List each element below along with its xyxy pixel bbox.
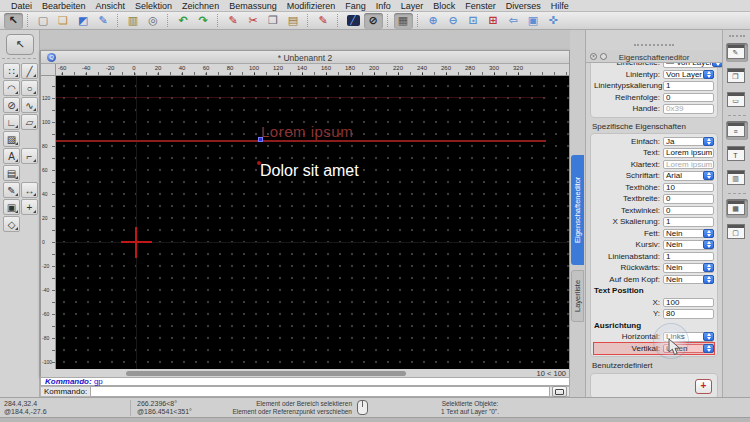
draw-pen-button[interactable]: ✎ [224,13,243,29]
menu-bearbeiten[interactable]: Bearbeiten [37,1,91,11]
auto-zoom-button[interactable]: ⊡ [464,13,483,29]
drawing-window-titlebar[interactable]: Q * Unbenannt 2 [41,51,569,64]
toggle-command-line-button[interactable]: ≡ [726,121,748,140]
dropdown-arrows-icon[interactable] [703,171,714,180]
measure-tools-button[interactable]: ↔ [21,182,38,198]
property-field-horizontal[interactable]: Links [663,332,714,342]
grid-toggle-button[interactable]: ▦ [394,13,413,29]
zoom-out-button[interactable]: ⊖ [444,13,463,29]
ellipse-tools-button[interactable]: ⊘ [3,97,20,113]
property-field-einfach[interactable]: Ja [663,137,714,147]
property-pen-button[interactable]: ✎ [314,13,333,29]
modify-tools-button[interactable]: ✎ [3,182,20,198]
selected-line-entity[interactable] [56,140,546,142]
horizontal-scrollbar[interactable] [126,371,406,376]
toggle-block-list-button[interactable]: ▥ [726,169,748,188]
open-file-button[interactable]: ❏ [54,13,73,29]
menu-ansicht[interactable]: Ansicht [91,1,131,11]
toggle-clipboard-button[interactable]: ▢ [726,223,748,242]
menu-zeichnen[interactable]: Zeichnen [177,1,224,11]
property-field-auf-dem-kopf[interactable]: Nein [663,275,714,285]
panel-drag-handle[interactable] [634,44,674,46]
menu-datei[interactable]: Datei [6,1,37,11]
property-field-linientyp[interactable]: Von Layer [663,70,714,80]
add-custom-property-button[interactable]: + [695,379,712,394]
save-file-button[interactable]: ◩ [74,13,93,29]
dropdown-arrows-icon[interactable] [703,275,714,284]
toggle-property-editor-button[interactable]: ✎ [726,43,748,62]
solid-tools-button[interactable]: ◇ [3,216,20,232]
spline-tools-button[interactable]: ∿ [21,97,38,113]
command-input[interactable] [90,386,550,397]
polyline-tools-button[interactable]: ∟ [3,114,20,130]
menu-block[interactable]: Block [428,1,460,11]
new-file-button[interactable]: ▢ [34,13,53,29]
menu-selektion[interactable]: Selektion [130,1,177,11]
property-field-rückwärts[interactable]: Nein [663,263,714,273]
property-field-y[interactable]: 80 [663,309,714,319]
property-field-textwinkel[interactable]: 0 [663,206,714,216]
dropdown-arrows-icon[interactable] [712,63,722,67]
selection-handle[interactable] [258,137,263,142]
property-field-textbreite[interactable]: 0 [663,194,714,204]
palette-selection-tool-button[interactable]: ↖ [6,34,34,55]
zoom-window-button[interactable]: ⊞ [484,13,503,29]
dropdown-arrows-icon[interactable] [703,332,714,341]
property-field-klartext[interactable]: Lorem ipsum [663,160,714,170]
menu-modifizieren[interactable]: Modifizieren [282,1,341,11]
snap-tools-button[interactable]: + [21,199,38,215]
previous-view-button[interactable]: ⇦ [504,13,523,29]
circle-tools-button[interactable]: ○ [21,80,38,96]
block-tools-button[interactable]: ▣ [3,199,20,215]
redo-button[interactable]: ↷ [194,13,213,29]
tab-property-editor[interactable]: Eigenschafteneditor [571,155,584,265]
cut-button[interactable]: ✂ [244,13,263,29]
property-field-fett[interactable]: Nein [663,229,714,239]
tab-layer-list[interactable]: Layerliste [571,270,584,322]
property-field-vertikal[interactable]: Unten [663,344,714,354]
arc-tools-button[interactable]: ◠ [3,80,20,96]
draw-ellipse-off-button[interactable]: ⊘ [364,13,383,29]
selection-tool-button[interactable]: ↖ [4,13,23,29]
dimension-tools-button[interactable]: ⌐ [21,148,38,164]
hatch-tool-button[interactable]: ▨ [3,131,20,147]
print-preview-button[interactable]: ◎ [144,13,163,29]
image-tool-button[interactable]: ▤ [3,165,20,181]
copy-button[interactable]: ❐ [264,13,283,29]
paste-button[interactable]: ▤ [284,13,303,29]
dropdown-arrows-icon[interactable] [703,137,714,146]
text-tool-button[interactable]: A [3,148,20,164]
menu-info[interactable]: Info [371,1,396,11]
property-field-x[interactable]: 100 [663,298,714,308]
property-field-text[interactable]: Lorem ipsum [663,148,714,158]
drawing-canvas[interactable]: Lorem ipsum Dolor sit amet [56,76,569,369]
property-field-reihenfolge[interactable]: 0 [663,93,714,103]
print-button[interactable]: ▥ [124,13,143,29]
menu-hilfe[interactable]: Hilfe [546,1,574,11]
dropdown-arrows-icon[interactable] [703,240,714,249]
command-options-button[interactable] [552,386,567,397]
dropdown-arrows-icon[interactable] [703,70,714,79]
zoom-selection-button[interactable]: ▣ [524,13,543,29]
menu-diverses[interactable]: Diverses [501,1,546,11]
toggle-layer-list-button[interactable]: ❐ [726,67,748,86]
dropdown-arrows-icon[interactable] [703,229,714,238]
shape-tools-button[interactable]: ▱ [21,114,38,130]
property-field-linienabstand[interactable]: 1 [663,252,714,262]
save-as-button[interactable]: ✎ [94,13,113,29]
property-field-linientypskalierung[interactable]: 1 [663,81,714,91]
menu-bemassung[interactable]: Bemassung [224,1,282,11]
pan-button[interactable]: ✜ [544,13,563,29]
property-field-handle[interactable]: 0x39 [663,104,714,114]
zoom-in-button[interactable]: ⊕ [424,13,443,29]
property-field-linienbreite[interactable]: — Von Layer [663,63,722,68]
property-field-schriftart[interactable]: Arial [663,171,714,181]
view-settings-button[interactable]: ╱ [344,13,363,29]
point-tools-button[interactable]: ∷ [3,63,20,79]
selected-text-entity[interactable]: Lorem ipsum [261,123,353,140]
undo-button[interactable]: ↶ [174,13,193,29]
toggle-library-browser-button[interactable]: ▦ [726,199,748,218]
property-field-texthöhe[interactable]: 10 [663,183,714,193]
text-entity[interactable]: Dolor sit amet [260,162,359,180]
toggle-font-browser-button[interactable]: T [726,145,748,164]
